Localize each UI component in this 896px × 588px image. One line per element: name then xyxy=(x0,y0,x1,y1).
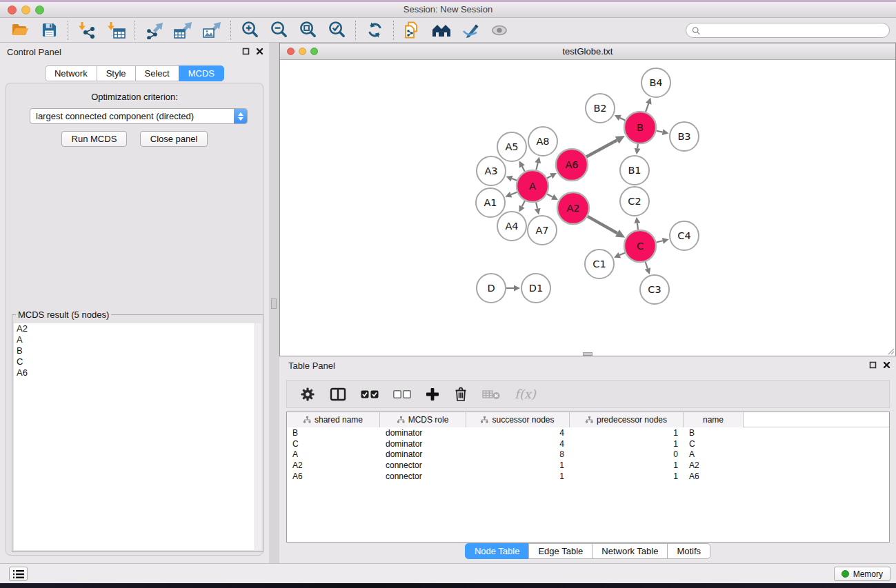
tab-motifs[interactable]: Motifs xyxy=(667,543,710,559)
result-item[interactable]: C xyxy=(14,356,255,367)
graph-edge[interactable] xyxy=(522,166,525,171)
graph-edge[interactable] xyxy=(547,194,552,196)
graph-edge[interactable] xyxy=(536,202,537,208)
network-graph[interactable]: B4B2BB3A5A8A6B1A3AA1C2A2A4A7CC4C1C3DD1 xyxy=(280,61,895,353)
tab-network[interactable]: Network xyxy=(45,65,97,81)
table-cell[interactable]: A xyxy=(684,449,744,460)
close-panel-icon[interactable] xyxy=(883,361,890,369)
column-header[interactable]: successor nodes xyxy=(466,412,570,427)
result-item[interactable]: A6 xyxy=(14,367,255,378)
table-cell[interactable]: 4 xyxy=(466,427,570,438)
graph-edge[interactable] xyxy=(522,201,525,206)
network-window-titlebar[interactable]: testGlobe.txt xyxy=(280,43,895,60)
result-scrollbar[interactable] xyxy=(255,323,261,550)
import-table-button[interactable] xyxy=(101,19,130,41)
graph-edge[interactable] xyxy=(588,216,617,233)
table-cell[interactable]: 4 xyxy=(466,438,570,449)
unselect-all-columns-button[interactable] xyxy=(393,389,411,399)
graph-edge[interactable] xyxy=(637,144,638,148)
table-row[interactable]: Bdominator41B xyxy=(287,427,889,438)
zoom-window-button[interactable] xyxy=(35,6,44,14)
table-cell[interactable]: A2 xyxy=(287,460,380,471)
apply-function-button[interactable]: f(x) xyxy=(515,387,536,401)
new-network-from-selection-button[interactable] xyxy=(398,19,427,41)
table-cell[interactable]: A xyxy=(287,449,380,460)
table-cell[interactable]: 0 xyxy=(570,449,684,460)
table-row[interactable]: Cdominator41C xyxy=(287,438,889,449)
save-session-button[interactable] xyxy=(34,19,63,41)
graph-edge[interactable] xyxy=(646,262,648,269)
export-image-button[interactable] xyxy=(197,19,226,41)
table-cell[interactable]: A6 xyxy=(684,471,744,482)
result-item[interactable]: B xyxy=(14,345,255,356)
task-history-button[interactable] xyxy=(9,567,28,581)
close-window-button[interactable] xyxy=(8,6,17,14)
graph-edge[interactable] xyxy=(512,179,517,181)
zoom-out-button[interactable] xyxy=(264,19,293,41)
delete-table-button[interactable] xyxy=(482,388,500,401)
column-header[interactable]: name xyxy=(684,412,744,427)
zoom-in-button[interactable] xyxy=(235,19,264,41)
table-cell[interactable]: dominator xyxy=(380,427,466,438)
table-cell[interactable]: connector xyxy=(380,471,466,482)
tab-edge-table[interactable]: Edge Table xyxy=(528,543,593,559)
column-header[interactable]: predecessor nodes xyxy=(570,412,684,427)
close-panel-icon[interactable] xyxy=(256,48,263,55)
divider-handle[interactable] xyxy=(271,298,277,309)
table-cell[interactable]: 1 xyxy=(570,460,684,471)
table-cell[interactable]: C xyxy=(684,438,744,449)
memory-button[interactable]: Memory xyxy=(834,567,890,581)
refresh-layout-button[interactable] xyxy=(360,19,389,41)
table-row[interactable]: A6connector11A6 xyxy=(287,471,889,482)
graph-edge[interactable] xyxy=(547,176,551,178)
graph-edge[interactable] xyxy=(619,253,625,255)
column-header[interactable]: MCDS role xyxy=(380,412,466,427)
result-item[interactable]: A2 xyxy=(14,323,255,334)
create-column-button[interactable] xyxy=(426,387,439,401)
table-cell[interactable]: A2 xyxy=(684,460,744,471)
open-session-button[interactable] xyxy=(6,19,34,41)
table-cell[interactable]: dominator xyxy=(380,449,466,460)
minimize-network-button[interactable] xyxy=(299,48,306,55)
table-cell[interactable]: 1 xyxy=(570,471,684,482)
column-header[interactable]: shared name xyxy=(287,412,380,427)
table-cell[interactable]: 1 xyxy=(466,471,570,482)
export-network-button[interactable] xyxy=(139,19,168,41)
search-input[interactable] xyxy=(704,26,884,36)
select-all-columns-button[interactable] xyxy=(361,389,379,399)
delete-columns-button[interactable] xyxy=(454,386,468,402)
table-cell[interactable]: 1 xyxy=(570,438,684,449)
close-network-button[interactable] xyxy=(287,48,295,55)
graph-edge[interactable] xyxy=(646,103,648,112)
table-cell[interactable]: C xyxy=(287,438,380,449)
horizontal-divider-handle[interactable] xyxy=(583,352,593,356)
table-row[interactable]: A2connector11A2 xyxy=(287,460,889,471)
float-panel-icon[interactable] xyxy=(869,361,877,369)
graph-edge[interactable] xyxy=(536,163,537,170)
import-network-button[interactable] xyxy=(72,19,101,41)
graph-edge[interactable] xyxy=(511,192,517,194)
tab-mcds[interactable]: MCDS xyxy=(179,65,224,81)
graph-edge[interactable] xyxy=(637,223,638,230)
result-item[interactable]: A xyxy=(14,334,255,345)
table-settings-button[interactable] xyxy=(300,387,315,402)
minimize-window-button[interactable] xyxy=(21,6,30,14)
table-cell[interactable]: A6 xyxy=(287,471,380,482)
hide-annotations-button[interactable] xyxy=(456,19,485,41)
node-table[interactable]: shared nameMCDS rolesuccessor nodesprede… xyxy=(286,412,890,543)
graph-edge[interactable] xyxy=(620,118,626,121)
export-table-button[interactable] xyxy=(168,19,197,41)
tab-style[interactable]: Style xyxy=(97,65,136,81)
show-graphics-details-button[interactable] xyxy=(485,19,514,41)
tab-network-table[interactable]: Network Table xyxy=(592,543,668,559)
resize-grip-icon[interactable] xyxy=(886,347,895,355)
table-row[interactable]: Adominator80A xyxy=(287,449,889,460)
zoom-network-button[interactable] xyxy=(310,48,318,55)
cytoscape-home-button[interactable] xyxy=(427,19,456,41)
table-cell[interactable]: connector xyxy=(380,460,466,471)
close-panel-button[interactable]: Close panel xyxy=(140,131,208,147)
float-panel-icon[interactable] xyxy=(242,48,250,55)
tab-select[interactable]: Select xyxy=(135,65,179,81)
search-box[interactable] xyxy=(686,23,890,38)
show-column-button[interactable] xyxy=(330,387,346,401)
